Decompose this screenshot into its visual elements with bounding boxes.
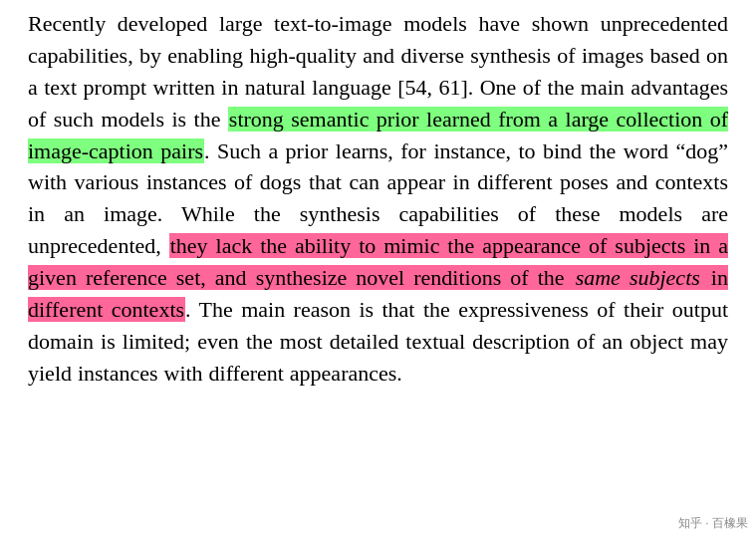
- highlight-pink-italic-segment: same subjects: [575, 265, 701, 290]
- watermark: 知乎 · 百橡果: [678, 515, 748, 532]
- main-paragraph: Recently developed large text-to-image m…: [28, 8, 728, 390]
